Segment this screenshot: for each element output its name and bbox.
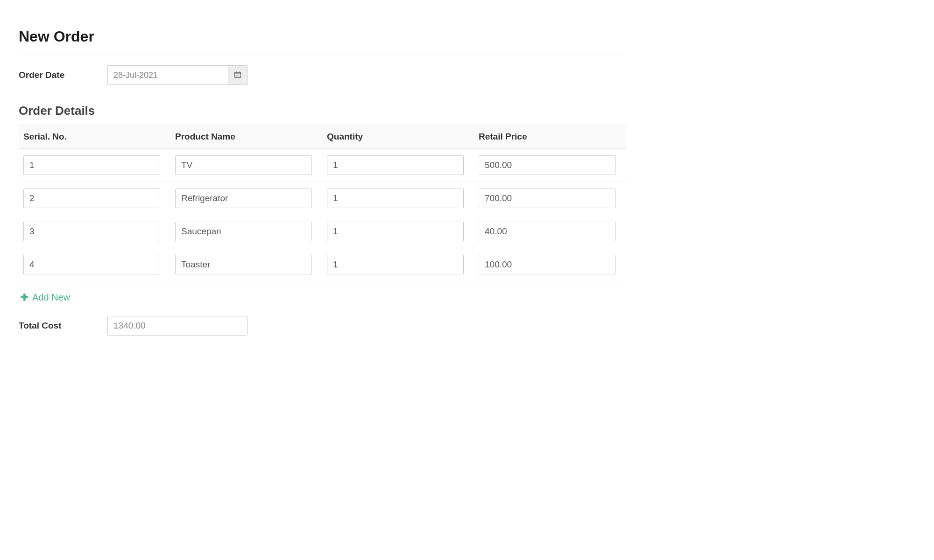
col-header-serial: Serial. No. bbox=[19, 125, 170, 149]
price-input[interactable] bbox=[479, 222, 616, 241]
order-details-heading: Order Details bbox=[19, 104, 626, 118]
total-cost-input[interactable] bbox=[107, 316, 248, 336]
col-header-product: Product Name bbox=[170, 125, 322, 149]
price-input[interactable] bbox=[479, 155, 616, 175]
table-row bbox=[19, 248, 626, 281]
product-input[interactable] bbox=[175, 155, 312, 175]
order-date-label: Order Date bbox=[19, 70, 107, 80]
svg-point-7 bbox=[239, 75, 239, 75]
product-input[interactable] bbox=[175, 222, 312, 241]
add-new-label: Add New bbox=[32, 292, 70, 303]
page-title: New Order bbox=[19, 28, 626, 54]
price-input[interactable] bbox=[479, 189, 616, 208]
table-header-row: Serial. No. Product Name Quantity Retail… bbox=[19, 125, 626, 149]
add-new-button[interactable]: ✚ Add New bbox=[21, 292, 70, 303]
serial-input[interactable] bbox=[23, 255, 160, 274]
serial-input[interactable] bbox=[23, 222, 160, 241]
serial-input[interactable] bbox=[23, 155, 160, 175]
quantity-input[interactable] bbox=[327, 189, 464, 208]
plus-icon: ✚ bbox=[21, 292, 28, 303]
svg-point-9 bbox=[237, 76, 238, 77]
order-date-picker-button[interactable] bbox=[228, 65, 248, 85]
col-header-quantity: Quantity bbox=[322, 125, 474, 149]
table-row bbox=[19, 149, 626, 182]
order-date-row: Order Date bbox=[19, 65, 626, 85]
product-input[interactable] bbox=[175, 255, 312, 274]
serial-input[interactable] bbox=[23, 189, 160, 208]
col-header-price: Retail Price bbox=[474, 125, 626, 149]
svg-point-8 bbox=[236, 76, 236, 77]
order-date-input[interactable] bbox=[107, 65, 228, 85]
price-input[interactable] bbox=[479, 255, 616, 274]
total-cost-row: Total Cost bbox=[19, 316, 626, 336]
table-row bbox=[19, 182, 626, 215]
product-input[interactable] bbox=[175, 189, 312, 208]
quantity-input[interactable] bbox=[327, 222, 464, 241]
table-row bbox=[19, 215, 626, 248]
svg-point-10 bbox=[239, 76, 239, 77]
order-date-input-group bbox=[107, 65, 248, 85]
total-cost-label: Total Cost bbox=[19, 321, 107, 331]
quantity-input[interactable] bbox=[327, 155, 464, 175]
calendar-icon bbox=[234, 71, 241, 80]
svg-point-5 bbox=[236, 75, 236, 75]
order-details-table: Serial. No. Product Name Quantity Retail… bbox=[19, 125, 626, 281]
quantity-input[interactable] bbox=[327, 255, 464, 274]
svg-point-6 bbox=[237, 75, 238, 75]
